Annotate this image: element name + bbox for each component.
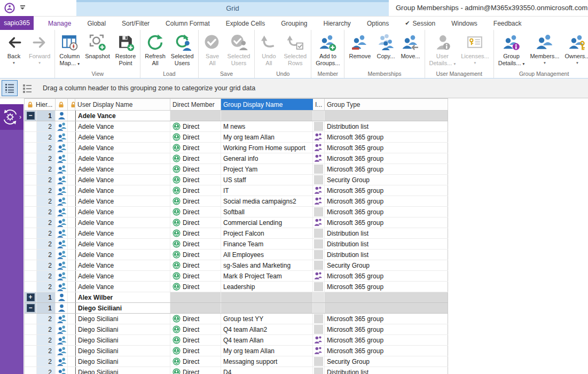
membership-row[interactable]: 2Diego SicilianiDirectD4Distribution lis… xyxy=(25,367,448,374)
owners-button[interactable]: Owners...▾ xyxy=(562,31,588,65)
column-header-user-icon[interactable] xyxy=(56,99,68,110)
user-display-name-cell: Adele Vance xyxy=(75,185,170,196)
membership-row[interactable]: 2Adele VanceDirectsg-Sales and Marketing… xyxy=(25,260,448,271)
restore-point-button[interactable]: RestorePoint xyxy=(113,31,139,66)
back-arrow-button[interactable]: Back▾ xyxy=(2,31,26,65)
membership-row[interactable]: 2Adele VanceDirectCommercial LendingMicr… xyxy=(25,217,448,228)
membership-row[interactable]: 2Adele VanceDirectFinance TeamDistributi… xyxy=(25,239,448,250)
membership-row[interactable]: 2Diego SicilianiDirectMessaging supportS… xyxy=(25,356,448,367)
column-header-direct-member[interactable]: Direct Member xyxy=(170,99,221,110)
sidebar-expand-chevron-icon[interactable]: › xyxy=(19,113,21,121)
group-header-row[interactable]: −1Adele Vance xyxy=(25,111,448,121)
column-header-hierarchy[interactable]: Hier... xyxy=(25,99,56,110)
collapse-group-button[interactable]: − xyxy=(25,111,37,121)
tab-sapio365[interactable]: sapio365 xyxy=(0,16,34,30)
refresh-all-button[interactable]: RefreshAll xyxy=(142,31,168,66)
direct-member-label: Direct xyxy=(183,358,199,365)
hierarchy-level: 2 xyxy=(37,217,56,228)
tab-session[interactable]: ✔Session xyxy=(397,17,443,30)
direct-member-label: Direct xyxy=(183,251,199,259)
empty-group-icon-cell xyxy=(313,121,325,131)
row-indent-cell xyxy=(25,185,37,196)
direct-member-label: Direct xyxy=(183,272,199,280)
empty-group-icon-cell xyxy=(313,164,325,174)
membership-row[interactable]: 2Diego SicilianiDirectGroup test YYMicro… xyxy=(25,314,448,324)
membership-row[interactable]: 2Adele VanceDirectProject YamMicrosoft 3… xyxy=(25,164,448,175)
placeholder-square xyxy=(314,229,323,238)
members-pair-icon xyxy=(56,217,68,228)
tab-options[interactable]: Options xyxy=(359,17,397,30)
direct-member-cell: Direct xyxy=(170,367,221,374)
group-details-button[interactable]: GroupDetails... ▾ xyxy=(496,31,528,67)
membership-row[interactable]: 2Adele VanceDirectWorking From Home supp… xyxy=(25,143,448,153)
membership-row[interactable]: 2Diego SicilianiDirectQ4 team Allan2Micr… xyxy=(25,324,448,335)
minus-box-icon[interactable]: − xyxy=(27,304,35,312)
outline-view-icon[interactable] xyxy=(2,80,18,96)
copy-membership-button[interactable]: Copy... xyxy=(373,31,398,60)
collapse-group-button[interactable]: − xyxy=(25,303,37,313)
ribbon-group-label: Load xyxy=(140,71,198,77)
group-header-row[interactable]: +1Alex Wilber xyxy=(25,292,448,303)
membership-row[interactable]: 2Adele VanceDirectM newsDistribution lis… xyxy=(25,121,448,132)
minus-box-icon[interactable]: − xyxy=(27,112,35,120)
group-header-row[interactable]: −1Diego Siciliani xyxy=(25,303,448,314)
forward-arrow-button: Forward▾ xyxy=(26,31,53,65)
direct-member-cell: Direct xyxy=(170,164,221,174)
membership-row[interactable]: 2Adele VanceDirectUS staffSecurity Group xyxy=(25,175,448,185)
dropdown-arrow-icon: ▾ xyxy=(544,61,546,65)
group-type-cell: Microsoft 365 group xyxy=(325,335,448,345)
tab-global[interactable]: Global xyxy=(79,17,114,30)
membership-row[interactable]: 2Diego SicilianiDirectQ4 team AllanMicro… xyxy=(25,335,448,346)
tab-manage[interactable]: Manage xyxy=(40,17,79,30)
tab-grouping[interactable]: Grouping xyxy=(273,17,315,30)
undo-all-icon xyxy=(260,34,278,51)
membership-row[interactable]: 2Adele VanceDirectLeadershipMicrosoft 36… xyxy=(25,282,448,292)
customize-quick-access-icon[interactable] xyxy=(19,5,26,11)
move-membership-button[interactable]: Move... xyxy=(398,31,422,60)
column-map-button[interactable]: ColumnMap... ▾ xyxy=(57,31,82,67)
hierarchy-level: 2 xyxy=(37,121,56,131)
column-header-group-type[interactable]: Group Type xyxy=(325,99,448,110)
group-row-user-name: Diego Siciliani xyxy=(75,303,170,313)
hierarchy-level: 2 xyxy=(37,271,56,281)
membership-row[interactable]: 2Adele VanceDirectProject FalconDistribu… xyxy=(25,228,448,239)
expand-group-button[interactable]: + xyxy=(25,292,37,302)
add-to-groups-button[interactable]: Add toGroups... xyxy=(313,31,342,66)
refresh-selected-users-button[interactable]: SelectedUsers xyxy=(168,31,197,66)
plus-box-icon[interactable]: + xyxy=(27,293,35,301)
membership-row[interactable]: 2Adele VanceDirectMark 8 Project TeamMic… xyxy=(25,271,448,282)
tab-column-format[interactable]: Column Format xyxy=(158,17,218,30)
session-actions-gear-icon[interactable]: › xyxy=(0,104,23,130)
licenses-icon xyxy=(466,34,484,51)
tab-feedback[interactable]: Feedback xyxy=(485,17,530,30)
tab-sort-filter[interactable]: Sort/Filter xyxy=(114,17,158,30)
tab-hierarchy[interactable]: Hierarchy xyxy=(316,17,359,30)
row-indent-cell xyxy=(25,143,37,153)
grouping-zone-hint[interactable]: Drag a column header to this grouping zo… xyxy=(43,84,255,92)
ribbon-group-label: User Management xyxy=(425,71,493,77)
membership-row[interactable]: 2Adele VanceDirectSoftballMicrosoft 365 … xyxy=(25,207,448,217)
tab-explode-cells[interactable]: Explode Cells xyxy=(218,17,273,30)
column-map-icon xyxy=(61,34,79,51)
column-header-group-display-name[interactable]: Group Display Name xyxy=(221,99,313,110)
members-button[interactable]: Members...▾ xyxy=(527,31,562,65)
membership-row[interactable]: 2Adele VanceDirectITMicrosoft 365 group xyxy=(25,185,448,196)
direct-member-cell: Direct xyxy=(170,185,221,196)
tab-label: Manage xyxy=(48,20,71,27)
group-type-cell: Microsoft 365 group xyxy=(325,143,448,153)
empty-group-icon-cell xyxy=(313,260,325,270)
column-header-extra[interactable] xyxy=(68,99,75,110)
snapshot-button[interactable]: Snapshot xyxy=(82,31,112,60)
direct-member-cell: Direct xyxy=(170,217,221,228)
membership-row[interactable]: 2Adele VanceDirectMy org team AllanMicro… xyxy=(25,132,448,143)
membership-row[interactable]: 2Diego SicilianiDirectMy org team AllanM… xyxy=(25,346,448,356)
save-selected-users-button: SelectedUsers xyxy=(225,31,253,66)
membership-row[interactable]: 2Adele VanceDirectSocial media campaigns… xyxy=(25,196,448,207)
membership-row[interactable]: 2Adele VanceDirectAll EmployeesDistribut… xyxy=(25,250,448,260)
column-header-group-icon[interactable]: I... xyxy=(313,99,325,110)
membership-row[interactable]: 2Adele VanceDirectGeneral infoMicrosoft … xyxy=(25,153,448,164)
list-view-icon[interactable] xyxy=(19,80,35,96)
remove-membership-button[interactable]: Remove xyxy=(346,31,373,60)
tab-windows[interactable]: Windows xyxy=(443,17,485,30)
column-header-user-display-name[interactable]: User Display Name xyxy=(75,99,170,110)
